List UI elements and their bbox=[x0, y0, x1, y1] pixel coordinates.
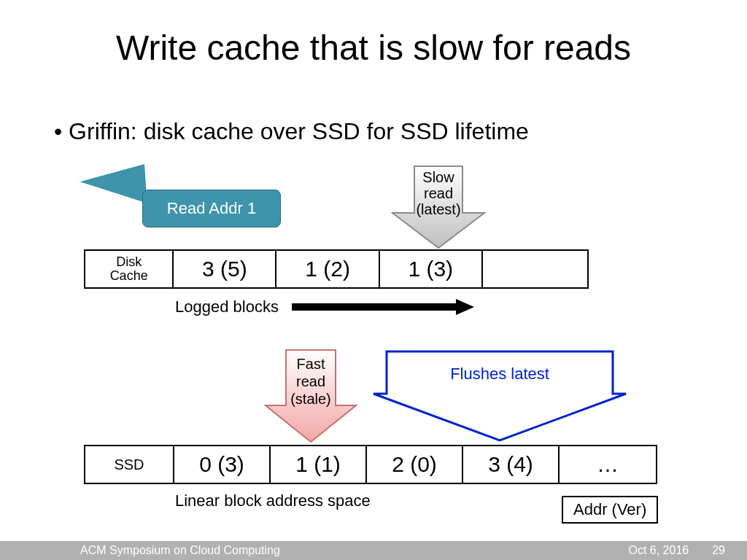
bullet-point: Griffin: disk cache over SSD for SSD lif… bbox=[54, 118, 529, 145]
callout-tail bbox=[79, 164, 147, 208]
ssd-cell-3: 3 (4) bbox=[463, 446, 560, 483]
page-title: Write cache that is slow for reads bbox=[0, 28, 747, 68]
read-addr-callout: Read Addr 1 bbox=[142, 190, 281, 228]
ssd-row: SSD 0 (3) 1 (1) 2 (0) 3 (4) … bbox=[84, 445, 657, 484]
svg-text:Slow: Slow bbox=[422, 169, 454, 185]
ssd-cell-ellipsis: … bbox=[560, 446, 656, 483]
footer-left: ACM Symposium on Cloud Computing bbox=[80, 544, 280, 557]
fast-read-arrow-icon: Fast read (stale) bbox=[264, 349, 357, 443]
disk-label-line1: Disk bbox=[116, 254, 142, 269]
disk-cell-0: 3 (5) bbox=[174, 251, 276, 287]
footer-bar: ACM Symposium on Cloud Computing Oct 6, … bbox=[0, 541, 747, 560]
disk-cache-row: Disk Cache 3 (5) 1 (2) 1 (3) bbox=[84, 249, 589, 289]
ssd-label-cell: SSD bbox=[85, 446, 174, 483]
svg-text:Flushes latest: Flushes latest bbox=[450, 365, 549, 383]
svg-marker-4 bbox=[456, 299, 474, 315]
svg-text:(latest): (latest) bbox=[416, 201, 460, 217]
disk-cell-2: 1 (3) bbox=[380, 251, 483, 287]
svg-text:Fast: Fast bbox=[297, 356, 325, 372]
linear-space-label: Linear block address space bbox=[175, 491, 371, 510]
footer-page: 29 bbox=[712, 544, 725, 557]
logged-blocks-arrow-icon bbox=[292, 299, 474, 315]
ssd-cell-2: 2 (0) bbox=[367, 446, 463, 483]
footer-date: Oct 6, 2016 bbox=[628, 544, 689, 557]
disk-cell-1: 1 (2) bbox=[276, 251, 379, 287]
svg-text:read: read bbox=[296, 373, 325, 389]
ssd-cell-1: 1 (1) bbox=[271, 446, 367, 483]
svg-text:(stale): (stale) bbox=[290, 391, 331, 407]
flushes-latest-arrow-icon: Flushes latest bbox=[372, 349, 627, 443]
svg-text:read: read bbox=[424, 185, 453, 201]
slow-read-arrow-icon: Slow read (latest) bbox=[391, 165, 486, 249]
disk-cache-label-cell: Disk Cache bbox=[85, 251, 174, 287]
addr-ver-legend: Addr (Ver) bbox=[562, 496, 658, 524]
logged-blocks-label: Logged blocks bbox=[175, 298, 279, 316]
disk-label-line2: Cache bbox=[110, 268, 148, 283]
ssd-cell-0: 0 (3) bbox=[174, 446, 271, 483]
disk-cell-empty bbox=[483, 251, 587, 287]
